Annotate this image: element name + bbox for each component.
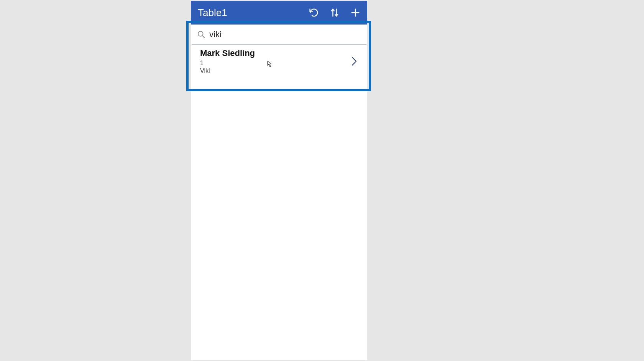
add-icon[interactable] — [350, 7, 361, 18]
app-frame: Table1 Mark Siedling 1 Viki — [191, 1, 367, 360]
app-header: Table1 — [191, 1, 367, 25]
search-input[interactable] — [209, 30, 361, 39]
screen-title: Table1 — [198, 7, 308, 19]
list-item-line3: Viki — [200, 67, 349, 74]
list-item[interactable]: Mark Siedling 1 Viki — [191, 44, 367, 81]
search-bar[interactable] — [192, 25, 366, 44]
search-icon — [196, 29, 207, 40]
header-actions — [308, 7, 363, 18]
list-item-title: Mark Siedling — [200, 48, 349, 58]
chevron-right-icon[interactable] — [349, 54, 360, 69]
sort-icon[interactable] — [329, 7, 340, 18]
list-item-text: Mark Siedling 1 Viki — [200, 48, 349, 74]
refresh-icon[interactable] — [308, 7, 320, 18]
list-item-line2: 1 — [200, 60, 349, 67]
result-list: Mark Siedling 1 Viki — [191, 44, 367, 81]
